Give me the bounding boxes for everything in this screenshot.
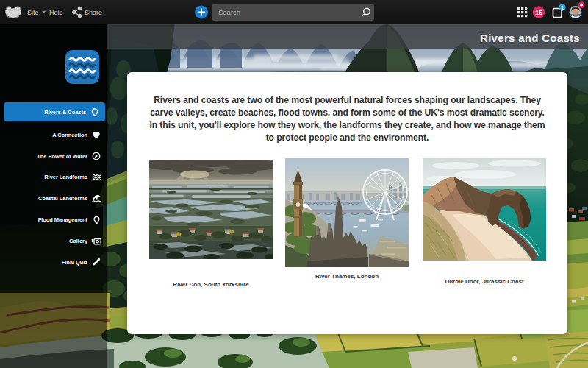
svg-text:Site: Site <box>27 9 39 16</box>
svg-text:1: 1 <box>561 5 564 10</box>
svg-text:Search: Search <box>218 8 240 16</box>
svg-text:15: 15 <box>535 9 542 16</box>
svg-text:Share: Share <box>85 9 102 16</box>
svg-text:Help: Help <box>49 9 63 16</box>
